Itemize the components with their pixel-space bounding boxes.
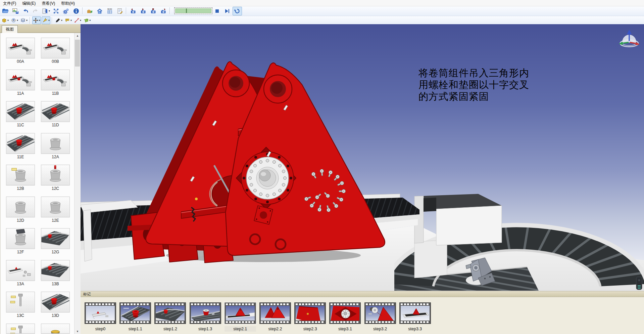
camera-play-button[interactable] <box>139 7 148 15</box>
view-thumbnail-11C[interactable] <box>6 101 35 122</box>
view-thumbnail[interactable] <box>41 324 70 334</box>
chevron-down-icon[interactable]: ▾ <box>7 19 9 22</box>
view-thumbnail-12E[interactable] <box>41 197 70 217</box>
menu-edit[interactable]: 编辑(E) <box>19 0 39 7</box>
chevron-down-icon[interactable]: ▾ <box>80 19 81 22</box>
chevron-down-icon[interactable]: ▾ <box>49 10 50 12</box>
chevron-down-icon[interactable]: ▾ <box>89 19 91 22</box>
cutting-plane-tool-button[interactable]: ▾ <box>83 16 91 24</box>
chevron-down-icon[interactable]: ▾ <box>26 19 28 22</box>
measure-tool-button[interactable]: ▾ <box>73 16 82 24</box>
timeline-position-marker[interactable] <box>186 8 187 13</box>
mark-thumbnail-step3.1[interactable] <box>329 302 361 324</box>
render-mode-button[interactable]: ▾ <box>19 16 28 24</box>
mark-label[interactable]: step1.2 <box>154 326 186 332</box>
view-thumbnail-13C[interactable] <box>6 292 35 312</box>
info-icon <box>73 8 80 14</box>
mark-label[interactable]: step0 <box>85 326 116 332</box>
camera-stop-button[interactable] <box>149 7 158 15</box>
menu-file[interactable]: 文件(F) <box>0 0 19 7</box>
camera-orbit-button[interactable]: ▾ <box>10 16 19 24</box>
chevron-down-icon[interactable]: ▾ <box>17 19 18 22</box>
scrollbar-thumb[interactable] <box>75 40 80 67</box>
chevron-down-icon[interactable]: ▾ <box>61 19 62 22</box>
mark-label[interactable]: step1.1 <box>119 326 151 332</box>
stop-button[interactable] <box>212 7 222 15</box>
flange <box>241 152 294 204</box>
view-thumbnail-12G[interactable] <box>41 228 70 249</box>
loop-button[interactable] <box>233 7 242 15</box>
mark-thumbnail-step1.1[interactable] <box>119 302 151 324</box>
settings-button[interactable] <box>61 7 71 15</box>
view-thumbnail-12B[interactable] <box>6 165 35 185</box>
chevron-down-icon[interactable]: ▾ <box>48 19 50 22</box>
view-thumbnail-00A[interactable] <box>6 38 35 58</box>
mark-label[interactable]: step2.1 <box>225 326 256 332</box>
view-thumbnail-11D[interactable] <box>41 101 70 122</box>
redo-button[interactable] <box>31 7 40 15</box>
note-icon <box>116 8 123 14</box>
view-thumbnail-11E[interactable] <box>6 133 35 154</box>
viewport-3d[interactable]: 将卷筒组件吊入三角形内 用螺栓和垫圈以十字交叉 的方式紧固紧固 <box>81 24 644 291</box>
menu-view[interactable]: 查看(V) <box>39 0 58 7</box>
main-toolbar: ▾BOM <box>0 6 644 16</box>
mark-thumbnail-step2.1[interactable] <box>225 302 256 324</box>
view-thumbnail-11B[interactable] <box>41 70 70 90</box>
import-package-button[interactable] <box>85 7 94 15</box>
go-last-button[interactable] <box>222 7 232 15</box>
mark-thumbnail-step1.3[interactable] <box>190 302 221 324</box>
move-tool-button[interactable]: ▾ <box>32 16 41 24</box>
view-thumbnail-12D[interactable] <box>6 197 35 217</box>
tab-views[interactable]: 视图 <box>2 25 18 33</box>
camera-next-button[interactable] <box>159 7 168 15</box>
fit-view-button[interactable] <box>51 7 61 15</box>
menu-help[interactable]: 帮助(H) <box>58 0 78 7</box>
camera-previous-button[interactable] <box>129 7 138 15</box>
view-thumbnail-13A[interactable] <box>6 260 35 281</box>
view-thumbnail-11A[interactable] <box>6 70 35 90</box>
mark-thumbnail-step2.2[interactable] <box>259 302 291 324</box>
mark-thumbnail-step1.2[interactable] <box>154 302 186 324</box>
mark-label[interactable]: step3.3 <box>399 326 431 332</box>
info-button[interactable] <box>71 7 81 15</box>
view-thumbnail-00B[interactable] <box>41 38 70 58</box>
model-mode-button[interactable]: ▾ <box>1 16 9 24</box>
tab-marks[interactable]: 标记 <box>81 291 644 297</box>
exit-view-button[interactable]: ▾ <box>41 7 51 15</box>
save-image-button[interactable] <box>11 7 20 15</box>
scroll-down-icon[interactable]: ▼ <box>75 329 81 334</box>
mark-label[interactable]: step2.3 <box>294 326 326 332</box>
viewport-edge-widget[interactable] <box>636 277 642 290</box>
mark-thumbnail-step3.3[interactable] <box>399 302 431 324</box>
animation-timeline-slider[interactable] <box>174 7 212 14</box>
mark-label[interactable]: step2.2 <box>259 326 291 332</box>
pen-icon <box>55 17 61 23</box>
scroll-up-icon[interactable]: ▲ <box>75 33 81 38</box>
view-thumbnail-12A[interactable] <box>41 133 70 154</box>
view-thumbnail-13D[interactable] <box>41 292 70 312</box>
mark-label[interactable]: step3.2 <box>364 326 396 332</box>
mark-thumbnail-step0[interactable] <box>85 302 116 324</box>
open-button[interactable] <box>1 7 10 15</box>
fly-tool-button[interactable]: ▾ <box>42 16 50 24</box>
view-thumbnail-label: 00B <box>41 59 70 64</box>
sidebar-scrollbar[interactable]: ▲ ▼ <box>74 33 81 334</box>
mark-label[interactable]: step1.3 <box>190 326 221 332</box>
view-thumbnail[interactable] <box>6 324 35 334</box>
view-thumbnail-13B[interactable] <box>41 260 70 281</box>
view-thumbnail-12C[interactable] <box>41 165 70 185</box>
mark-label[interactable]: step3.1 <box>329 326 361 332</box>
view-thumbnail-list: 00A00B11A11B11C11D11E12A12B12C12D12E12F1… <box>0 33 75 334</box>
mark-thumbnail-step2.3[interactable] <box>294 302 326 324</box>
mark-thumbnail-step3.2[interactable] <box>364 302 396 324</box>
home-view-button[interactable] <box>95 7 104 15</box>
undo-button[interactable] <box>21 7 30 15</box>
chevron-down-icon[interactable]: ▾ <box>39 19 40 22</box>
bom-button[interactable]: BOM <box>105 7 114 15</box>
draw-tool-button[interactable]: ▾ <box>54 16 63 24</box>
notes-button[interactable] <box>115 7 125 15</box>
callout-tool-button[interactable]: ▾ <box>64 16 72 24</box>
chevron-down-icon[interactable]: ▾ <box>70 19 72 22</box>
mark-thumbnail-image <box>261 306 290 321</box>
view-thumbnail-12F[interactable] <box>6 228 35 249</box>
